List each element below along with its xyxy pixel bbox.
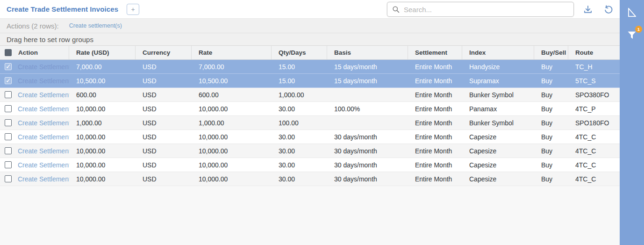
table-row[interactable]: Create Settlement 10,000.00 USD 10,000.0…	[0, 144, 620, 158]
cell-route: 4TC_C	[568, 130, 620, 144]
cell-basis: 30 days/month	[327, 144, 408, 158]
cell-qty-days: 30.00	[272, 144, 327, 158]
header-settlement[interactable]: Settlement	[408, 46, 462, 59]
cell-basis	[327, 88, 408, 101]
cell-rate: 10,000.00	[192, 144, 272, 158]
row-group-hint: Drag here to set row groups	[7, 36, 93, 43]
download-button[interactable]	[581, 3, 595, 16]
header-buy-sell[interactable]: Buy/Sell	[534, 46, 568, 59]
cell-qty-days: 30.00	[272, 130, 327, 144]
cell-route: TC_H	[568, 60, 620, 73]
cell-currency: USD	[136, 74, 192, 87]
cell-route: 4TC_C	[568, 158, 620, 172]
create-settlement-link[interactable]: Create Settlement	[18, 133, 69, 141]
cell-action: Create Settlement	[0, 88, 69, 101]
row-checkbox[interactable]	[5, 133, 12, 140]
cell-rate-usd: 600.00	[69, 88, 136, 101]
create-settlement-link[interactable]: Create Settlement	[18, 119, 69, 127]
cell-basis: 15 days/month	[327, 74, 408, 87]
filter-tab[interactable]: 1	[623, 27, 640, 43]
cell-action: Create Settlement	[0, 144, 69, 158]
cell-index: Bunker Symbol	[462, 88, 534, 101]
table-row[interactable]: Create Settlement 600.00 USD 600.00 1,00…	[0, 88, 620, 102]
cell-rate: 10,000.00	[192, 158, 272, 172]
actions-bar: Actions (2 rows): Create settlement(s)	[0, 19, 620, 33]
row-checkbox[interactable]	[5, 175, 12, 182]
search-box[interactable]	[387, 2, 574, 17]
search-input[interactable]	[400, 2, 573, 16]
header-action: Action	[0, 46, 69, 59]
cell-basis	[327, 116, 408, 130]
header-rate[interactable]: Rate	[192, 46, 272, 59]
create-settlement-link[interactable]: Create Settlement	[18, 63, 69, 71]
cell-rate-usd: 10,000.00	[69, 172, 136, 186]
cell-action: Create Settlement	[0, 130, 69, 144]
header-currency[interactable]: Currency	[136, 46, 192, 59]
cell-qty-days: 30.00	[272, 102, 327, 115]
cell-currency: USD	[136, 116, 192, 130]
create-settlement-link[interactable]: Create Settlement	[18, 161, 69, 169]
cell-currency: USD	[136, 102, 192, 115]
header-rate-usd[interactable]: Rate (USD)	[69, 46, 136, 59]
create-settlement-link[interactable]: Create Settlement	[18, 105, 69, 113]
row-checkbox[interactable]	[5, 77, 12, 84]
cell-currency: USD	[136, 144, 192, 158]
cell-route: SPO380FO	[568, 88, 620, 101]
header-index[interactable]: Index	[462, 46, 534, 59]
row-checkbox[interactable]	[5, 105, 12, 112]
cell-currency: USD	[136, 88, 192, 101]
create-settlement-link[interactable]: Create Settlement	[18, 175, 69, 183]
cell-action: Create Settlement	[0, 60, 69, 73]
tool-panel-tab[interactable]	[623, 5, 640, 21]
cell-currency: USD	[136, 172, 192, 186]
cell-action: Create Settlement	[0, 158, 69, 172]
empty-area	[0, 186, 620, 245]
create-settlements-link[interactable]: Create settlement(s)	[69, 22, 122, 29]
row-checkbox[interactable]	[5, 63, 12, 70]
add-tab-button[interactable]: +	[127, 4, 139, 15]
table-row[interactable]: Create Settlement 10,500.00 USD 10,500.0…	[0, 74, 620, 88]
cell-index: Supramax	[462, 74, 534, 87]
cell-qty-days: 30.00	[272, 158, 327, 172]
row-checkbox[interactable]	[5, 91, 12, 98]
table-row[interactable]: Create Settlement 10,000.00 USD 10,000.0…	[0, 172, 620, 186]
header-basis[interactable]: Basis	[327, 46, 408, 59]
row-checkbox[interactable]	[5, 119, 12, 126]
cell-rate-usd: 10,000.00	[69, 158, 136, 172]
create-settlement-link[interactable]: Create Settlement	[18, 147, 69, 155]
select-all-checkbox[interactable]	[5, 49, 12, 56]
row-checkbox[interactable]	[5, 161, 12, 168]
cell-currency: USD	[136, 158, 192, 172]
undo-icon	[603, 4, 614, 15]
cell-buy-sell: Buy	[534, 74, 568, 87]
header-qty-days[interactable]: Qty/Days	[272, 46, 327, 59]
download-icon	[582, 4, 594, 15]
create-settlement-link[interactable]: Create Settlement	[18, 77, 69, 85]
cell-action: Create Settlement	[0, 116, 69, 130]
table-row[interactable]: Create Settlement 10,000.00 USD 10,000.0…	[0, 130, 620, 144]
cell-rate: 10,000.00	[192, 130, 272, 144]
cell-basis: 30 days/month	[327, 172, 408, 186]
cell-basis: 100.00%	[327, 102, 408, 115]
cell-qty-days: 15.00	[272, 74, 327, 87]
header-route[interactable]: Route	[568, 46, 620, 59]
row-group-drop-zone[interactable]: Drag here to set row groups	[0, 33, 620, 46]
table-row[interactable]: Create Settlement 10,000.00 USD 10,000.0…	[0, 102, 620, 116]
cell-qty-days: 1,000.00	[272, 88, 327, 101]
cell-action: Create Settlement	[0, 172, 69, 186]
table-row[interactable]: Create Settlement 7,000.00 USD 7,000.00 …	[0, 60, 620, 74]
table-row[interactable]: Create Settlement 1,000.00 USD 1,000.00 …	[0, 116, 620, 130]
search-icon	[392, 6, 400, 14]
cell-index: Capesize	[462, 172, 534, 186]
cell-route: 5TC_S	[568, 74, 620, 87]
cell-settlement: Entire Month	[408, 144, 462, 158]
row-checkbox[interactable]	[5, 147, 12, 154]
cell-rate-usd: 10,000.00	[69, 130, 136, 144]
create-settlement-link[interactable]: Create Settlement	[18, 91, 69, 99]
reset-button[interactable]	[601, 3, 615, 16]
cell-settlement: Entire Month	[408, 130, 462, 144]
table-header-row: Action Rate (USD) Currency Rate Qty/Days…	[0, 46, 620, 60]
cell-settlement: Entire Month	[408, 158, 462, 172]
table-body: Create Settlement 7,000.00 USD 7,000.00 …	[0, 60, 620, 186]
table-row[interactable]: Create Settlement 10,000.00 USD 10,000.0…	[0, 158, 620, 172]
